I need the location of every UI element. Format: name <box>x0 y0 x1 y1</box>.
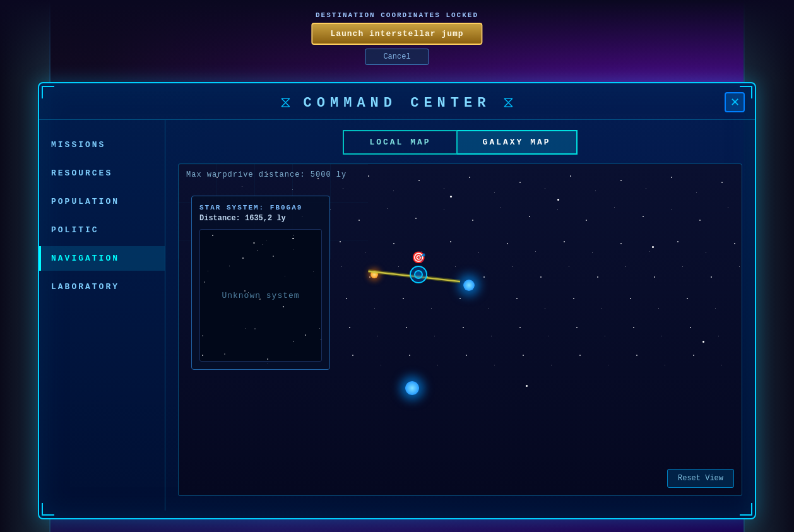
map-info-bar: Max warpdrive distance: 5000 ly <box>186 170 347 179</box>
system-card-title: STAR SYSTEM: FB0GA9 <box>199 204 322 211</box>
panel-body: MISSIONS RESOURCES POPULATION POLITIC NA… <box>39 120 755 511</box>
main-content: LOCAL MAP GALAXY MAP Max warpdrive dista… <box>165 120 755 511</box>
map-area[interactable]: Max warpdrive distance: 5000 ly STAR SY <box>178 163 742 496</box>
destination-star-node[interactable] <box>463 280 475 291</box>
panel-title: COMMAND CENTER <box>304 95 491 111</box>
system-unknown-label: Unknown system <box>222 291 299 300</box>
corner-br <box>740 503 752 516</box>
system-card-distance: Distance: 1635,2 ly <box>199 214 322 223</box>
sidebar-item-laboratory[interactable]: LABORATORY <box>39 275 165 299</box>
sidebar-item-population[interactable]: POPULATION <box>39 189 165 214</box>
emblem-right: ⧖ <box>503 95 514 112</box>
tab-galaxy-map[interactable]: GALAXY MAP <box>457 130 578 155</box>
reset-view-button[interactable]: Reset View <box>667 469 734 488</box>
sidebar-item-resources[interactable]: RESOURCES <box>39 161 165 186</box>
sidebar-item-politic[interactable]: POLITIC <box>39 218 165 242</box>
corner-bl <box>42 503 54 516</box>
command-panel: ⧖ COMMAND CENTER ⧖ ✕ MISSIONS RESOURCES … <box>38 82 756 519</box>
panel-header: ⧖ COMMAND CENTER ⧖ ✕ <box>39 83 755 120</box>
destination-status-label: DESTINATION COORDINATES LOCKED <box>316 11 478 19</box>
tab-row: LOCAL MAP GALAXY MAP <box>178 130 742 155</box>
sidebar-item-missions[interactable]: MISSIONS <box>39 133 165 157</box>
sidebar-item-navigation[interactable]: NAVIGATION <box>39 246 165 271</box>
system-card: STAR SYSTEM: FB0GA9 Distance: 1635,2 ly … <box>191 196 330 370</box>
launch-jump-button[interactable]: Launch interstellar jump <box>311 23 482 45</box>
tab-local-map[interactable]: LOCAL MAP <box>343 130 456 155</box>
cancel-button[interactable]: Cancel <box>365 49 429 65</box>
origin-star-node[interactable] <box>370 271 378 278</box>
sidebar: MISSIONS RESOURCES POPULATION POLITIC NA… <box>39 120 165 511</box>
emblem-left: ⧖ <box>280 95 291 112</box>
close-button[interactable]: ✕ <box>725 92 745 112</box>
blue-star-large[interactable] <box>405 381 419 395</box>
destination-popup: DESTINATION COORDINATES LOCKED Launch in… <box>311 11 482 65</box>
system-card-preview: Unknown system <box>199 229 322 362</box>
ship-node: 🎯 <box>410 266 427 283</box>
